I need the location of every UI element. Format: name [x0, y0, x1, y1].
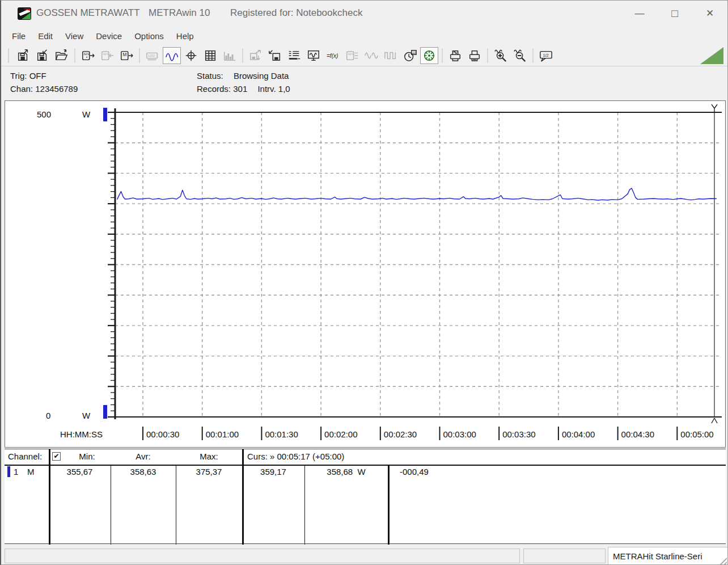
column-divider — [111, 466, 111, 545]
cursor-b-number: 358,68 — [327, 467, 353, 477]
y-axis-max-label: 500 — [37, 109, 51, 119]
import-data-button[interactable] — [266, 47, 284, 64]
toolbar-grip — [8, 48, 9, 63]
cursor-a-value: 359,17 — [242, 467, 304, 477]
close-button[interactable]: ✕ — [692, 1, 727, 26]
column-divider — [242, 449, 244, 545]
svg-text:1/2: 1/2 — [543, 53, 548, 58]
zoom-out-button[interactable] — [511, 47, 529, 64]
device-settings-button[interactable] — [285, 47, 303, 64]
channel-mode: M — [27, 467, 35, 477]
header-channel: Channel: — [8, 452, 42, 461]
x-tick — [617, 427, 619, 440]
toolbar: 321321M1252=f(x)321121/2 — [1, 45, 727, 66]
toolbar-separator — [242, 48, 243, 63]
menu-item-options[interactable]: Options — [128, 29, 170, 43]
x-tick — [558, 427, 559, 440]
time-settings-button[interactable]: 12 — [401, 47, 419, 64]
statusbar-device: METRAHit Starline-Seri — [608, 547, 728, 565]
cursor-line[interactable] — [712, 104, 717, 423]
online-monitor-button[interactable] — [304, 47, 323, 64]
maximize-button[interactable]: □ — [657, 1, 692, 26]
column-divider — [49, 449, 50, 545]
channel-marker-bottom — [103, 405, 107, 419]
channel-marker-top — [103, 108, 107, 121]
open-file-button[interactable] — [53, 47, 71, 64]
app-window: GOSSEN METRAWATT METRAwin 10 Registered … — [0, 0, 728, 565]
write-device-321-button: 321 — [98, 47, 116, 64]
x-tick — [320, 427, 321, 440]
minimize-button[interactable]: — — [622, 1, 657, 26]
read-device-memory-button[interactable]: M — [117, 47, 136, 64]
svg-text:1252: 1252 — [148, 54, 155, 57]
x-tick-label: 00:00:30 — [146, 429, 179, 439]
browse-status-value: Browsing Data — [234, 71, 289, 81]
zoom-in-button[interactable] — [492, 47, 510, 64]
print-button[interactable] — [465, 47, 484, 64]
svg-text:321: 321 — [83, 52, 90, 56]
x-tick-label: 00:05:00 — [680, 429, 713, 439]
header-max: Max: — [176, 452, 242, 461]
chart-view-button[interactable] — [163, 47, 181, 64]
header-cursor: Curs: » 00:05:17 (+05:00) — [247, 452, 344, 461]
title-bar: GOSSEN METRAWATT METRAwin 10 Registered … — [1, 1, 727, 26]
formula-button[interactable]: =f(x) — [324, 47, 342, 64]
toolbar-separator — [442, 48, 443, 63]
svg-text:=f(x): =f(x) — [327, 53, 338, 59]
menu-item-device[interactable]: Device — [90, 29, 128, 43]
power-trace — [117, 188, 717, 200]
x-tick-label: 00:01:00 — [206, 429, 239, 439]
trigger-value: OFF — [29, 71, 46, 81]
svg-text:321: 321 — [348, 52, 354, 56]
channel-number: 1 — [14, 467, 18, 477]
x-tick — [439, 427, 441, 440]
header-min: Min: — [64, 452, 111, 461]
x-tick-label: 00:04:30 — [621, 429, 654, 439]
avr-value: 358,63 — [111, 467, 176, 477]
export-data-button — [247, 47, 265, 64]
toolbar-separator — [74, 48, 75, 63]
max-value: 375,37 — [176, 467, 242, 477]
x-tick — [261, 427, 262, 440]
column-divider — [304, 466, 305, 545]
x-tick-label: 00:03:30 — [502, 429, 535, 439]
multimeter-display-button: 1252 — [143, 47, 162, 64]
toolbar-separator — [487, 48, 488, 63]
x-tick — [380, 427, 381, 440]
chart-canvas[interactable]: 00:00:3000:01:0000:01:3000:02:0000:02:30… — [5, 101, 725, 447]
save-file-button[interactable] — [14, 47, 32, 64]
menu-item-help[interactable]: Help — [170, 29, 200, 43]
x-tick-label: 00:01:30 — [265, 429, 298, 439]
cursor-b-value: 358,68 W — [304, 467, 388, 477]
svg-text:12: 12 — [412, 51, 416, 54]
x-tick-label: 00:02:00 — [324, 429, 357, 439]
table-view-button[interactable] — [201, 47, 219, 64]
annotation-button[interactable]: 1/2 — [537, 47, 555, 64]
digital-signal-button — [382, 47, 400, 64]
menu-item-view[interactable]: View — [59, 29, 90, 43]
channel-visibility-checkbox[interactable]: ✔ — [52, 452, 61, 461]
device-config-button: 321 — [343, 47, 361, 64]
measurement-info-panel: Trig: OFF Chan: 123456789 Status: Browsi… — [1, 66, 727, 100]
print-preview-button[interactable] — [446, 47, 464, 64]
menu-item-edit[interactable]: Edit — [32, 29, 59, 43]
min-value: 355,67 — [49, 467, 111, 477]
svg-text:321: 321 — [103, 52, 109, 56]
xy-scope-view-button[interactable] — [182, 47, 200, 64]
x-tick-label: 00:04:00 — [562, 429, 595, 439]
statusbar-panel-secondary — [523, 549, 606, 563]
toolbar-separator — [532, 48, 534, 63]
save-as-button[interactable] — [33, 47, 52, 64]
read-device-321-button[interactable]: 321 — [79, 47, 97, 64]
title-app-name: METRAwin 10 — [149, 7, 210, 19]
x-tick-label: 00:02:30 — [384, 429, 417, 439]
browse-status: Status: Browsing Data — [197, 71, 289, 81]
records-value: 301 — [233, 84, 247, 94]
menu-item-file[interactable]: File — [6, 29, 32, 43]
y-axis-min-label: 0 — [46, 411, 50, 420]
x-tick — [142, 427, 143, 440]
interval-timer-button[interactable] — [420, 47, 438, 64]
statusbar-panel-main — [5, 549, 520, 563]
channels-value: 123456789 — [35, 84, 78, 94]
x-tick — [202, 427, 203, 440]
